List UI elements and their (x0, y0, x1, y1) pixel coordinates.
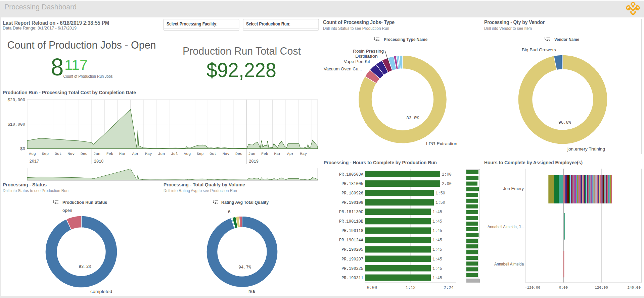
svg-text:2017: 2017 (30, 159, 39, 164)
svg-text:1:45: 1:45 (432, 276, 442, 281)
svg-text:PR.190118: PR.190118 (341, 229, 363, 233)
svg-text:2:00: 2:00 (442, 182, 452, 186)
svg-text:Drill into Rating Avg to see P: Drill into Rating Avg to see Production … (164, 188, 237, 193)
svg-text:Processing - Qty by Vendor: Processing - Qty by Vendor (484, 19, 545, 25)
svg-text:Data Date Range: 8/1/2017 - 6/: Data Date Range: 8/1/2017 - 6/17/2019 (3, 25, 77, 31)
svg-text:PR.181130C: PR.181130C (339, 210, 363, 215)
svg-text:Feb: Feb (261, 152, 268, 156)
svg-text:Production Run Status: Production Run Status (62, 200, 107, 205)
svg-text:Big Bud Growers: Big Bud Growers (522, 47, 556, 52)
svg-text:1:45: 1:45 (432, 247, 442, 252)
svg-text:Distillation: Distillation (355, 54, 378, 59)
svg-text:1:45: 1:45 (432, 229, 442, 233)
svg-text:May: May (145, 152, 152, 156)
svg-text:May: May (300, 152, 307, 156)
svg-text:Annabell Almeida: Annabell Almeida (494, 261, 524, 266)
svg-text:Count of Production Jobs - Ope: Count of Production Jobs - Open (7, 39, 156, 51)
svg-text:-120:00: -120:00 (525, 286, 540, 290)
svg-text:Dec: Dec (235, 152, 242, 156)
svg-text:Nov: Nov (67, 152, 75, 156)
svg-text:Last Report Reload on - 6/18/2: Last Report Reload on - 6/18/2019 2:38:5… (3, 20, 109, 26)
svg-text:6: 6 (228, 209, 231, 214)
svg-text:Hours to Complete by Assigned: Hours to Complete by Assigned Employee(s… (484, 160, 583, 165)
svg-text:1:50: 1:50 (435, 191, 445, 196)
svg-text:Oct: Oct (55, 152, 62, 156)
svg-text:0:00: 0:00 (559, 286, 568, 290)
svg-text:Jun: Jun (158, 152, 165, 156)
svg-text:PR.190110B: PR.190110B (339, 219, 363, 224)
svg-text:240:00: 240:00 (627, 286, 641, 290)
svg-text:Jul: Jul (171, 152, 178, 156)
svg-text:PR.180926: PR.180926 (341, 191, 363, 196)
svg-text:1:45: 1:45 (432, 257, 442, 262)
svg-text:Mar: Mar (119, 152, 126, 156)
svg-text:Mar: Mar (274, 152, 281, 156)
svg-text:Production Run - Processing To: Production Run - Processing Total Cost b… (3, 90, 136, 95)
svg-text:$10,000: $10,000 (7, 122, 25, 127)
svg-text:Sep: Sep (197, 152, 204, 156)
svg-text:1:45: 1:45 (432, 219, 442, 224)
svg-text:Dec: Dec (81, 152, 88, 156)
svg-text:Jan: Jan (248, 152, 256, 156)
svg-text:Processing Type Name: Processing Type Name (384, 37, 427, 42)
svg-text:8: 8 (51, 53, 64, 80)
svg-text:Drill into Status to see Produ: Drill into Status to see Production Run (323, 26, 389, 31)
svg-text:Jon Emery: Jon Emery (503, 186, 524, 191)
svg-text:2018: 2018 (94, 159, 104, 164)
svg-text:Select Production Run:: Select Production Run: (246, 21, 290, 26)
svg-text:1:45: 1:45 (432, 238, 442, 243)
svg-text:0:00: 0:00 (367, 286, 377, 290)
svg-text:PR.190207: PR.190207 (341, 257, 363, 262)
svg-text:completed: completed (90, 289, 112, 294)
svg-text:93.2%: 93.2% (79, 264, 91, 269)
svg-text:Sep: Sep (42, 152, 49, 156)
svg-text:Rating Avg Total Quality: Rating Avg Total Quality (221, 200, 269, 205)
svg-text:94.7%: 94.7% (238, 265, 251, 270)
svg-text:Production Run Total Cost: Production Run Total Cost (183, 45, 301, 57)
svg-text:n/a: n/a (248, 289, 255, 294)
svg-text:Processing Dashboard: Processing Dashboard (4, 3, 77, 11)
svg-text:Drill into Vendor to see Item: Drill into Vendor to see Item (484, 26, 532, 31)
svg-text:1:45: 1:45 (432, 266, 442, 271)
svg-text:1:50: 1:50 (435, 200, 445, 205)
svg-text:Drill into Status to see Produ: Drill into Status to see Production Run (3, 188, 68, 193)
svg-text:PR.190225: PR.190225 (341, 266, 363, 271)
svg-text:Apr: Apr (287, 152, 294, 156)
svg-text:2019: 2019 (249, 159, 259, 164)
svg-text:$92,228: $92,228 (206, 58, 276, 81)
svg-text:83.8%: 83.8% (406, 116, 419, 121)
svg-text:PR.190311: PR.190311 (341, 276, 363, 281)
svg-text:Vape Pen Kit: Vape Pen Kit (344, 59, 370, 64)
svg-text:PR.190124A: PR.190124A (339, 238, 364, 243)
svg-text:96.8%: 96.8% (558, 120, 571, 125)
svg-text:$20,000: $20,000 (7, 98, 25, 103)
svg-text:PR.190205: PR.190205 (341, 247, 363, 252)
svg-text:117: 117 (64, 57, 88, 73)
svg-text:Rosin Pressing: Rosin Pressing (353, 49, 384, 54)
svg-text:Vendor Name: Vendor Name (554, 37, 579, 42)
svg-text:open: open (62, 208, 72, 213)
svg-text:120:00: 120:00 (595, 286, 608, 290)
svg-text:Vacuum Oven Cu...: Vacuum Oven Cu... (324, 66, 362, 71)
svg-text:PR.180503A: PR.180503A (339, 172, 364, 177)
svg-text:PR.181005: PR.181005 (341, 182, 363, 186)
svg-text:$0: $0 (20, 147, 25, 152)
svg-text:Processing - Status: Processing - Status (3, 182, 47, 187)
svg-text:Aug: Aug (184, 152, 191, 156)
svg-text:Apr: Apr (132, 152, 139, 156)
svg-text:Feb: Feb (106, 152, 113, 156)
svg-text:PR.190108: PR.190108 (341, 200, 363, 205)
svg-text:Count of Production Run Jobs: Count of Production Run Jobs (63, 74, 113, 79)
svg-text:2:00: 2:00 (442, 172, 452, 177)
svg-text:1:12: 1:12 (406, 286, 416, 290)
svg-text:LPG Extraction: LPG Extraction (426, 141, 457, 146)
svg-text:jon.emery Training: jon.emery Training (567, 146, 605, 152)
svg-text:Oct: Oct (210, 152, 217, 156)
svg-text:1:45: 1:45 (432, 210, 442, 215)
svg-text:Aug: Aug (29, 152, 36, 156)
svg-text:2:24: 2:24 (444, 286, 454, 290)
svg-text:Count of Processing Jobs- Type: Count of Processing Jobs- Type (323, 19, 395, 25)
svg-text:Processing - Hours to Complete: Processing - Hours to Complete by Produc… (324, 160, 437, 165)
svg-text:Select Processing Facility:: Select Processing Facility: (167, 21, 218, 26)
svg-text:Nov: Nov (223, 152, 230, 156)
